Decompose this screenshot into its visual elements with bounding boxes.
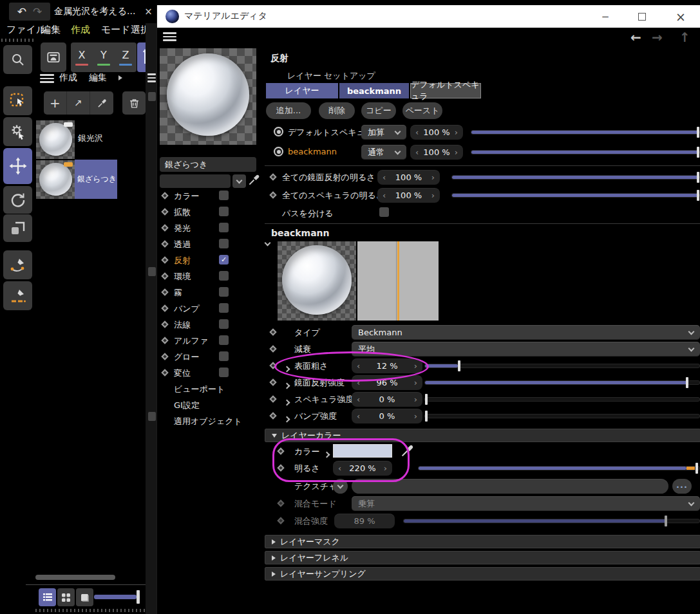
load-material-button[interactable]: ↗ xyxy=(67,91,90,115)
menubar-item-4[interactable]: モード xyxy=(101,24,131,36)
rotate-tool-button[interactable] xyxy=(3,186,32,214)
material-filter-field[interactable] xyxy=(160,174,231,188)
layer-tab-3[interactable]: デフォルトスペキュラ xyxy=(410,83,481,98)
param-stepper[interactable]: ‹96 %› xyxy=(352,375,422,390)
copy-layer-button[interactable]: コピー xyxy=(361,102,396,119)
slider-handle[interactable] xyxy=(137,590,140,604)
separate-pass-checkbox[interactable] xyxy=(379,207,389,217)
minimize-button[interactable]: − xyxy=(591,5,620,28)
layer-visibility-icon[interactable] xyxy=(274,127,283,136)
redo-icon[interactable]: ↷ xyxy=(33,5,42,18)
keyframe-diamond-icon[interactable] xyxy=(161,288,168,295)
slider-handle[interactable] xyxy=(425,411,428,422)
axis-button-z[interactable]: Z xyxy=(115,42,137,72)
channel-checkbox[interactable] xyxy=(219,271,229,281)
expand-chevron-icon[interactable] xyxy=(285,380,289,390)
keyframe-diamond-icon[interactable] xyxy=(269,173,276,180)
slider-handle[interactable] xyxy=(425,394,428,405)
keyframe-diamond-icon[interactable] xyxy=(277,517,284,524)
axis-button-x[interactable]: X xyxy=(71,42,93,72)
settings-item[interactable]: GI設定 xyxy=(160,398,263,414)
layer-visibility-icon[interactable] xyxy=(274,147,283,156)
view-list-button[interactable] xyxy=(39,588,56,606)
collapsed-section-bar[interactable]: レイヤーフレネル xyxy=(265,551,700,564)
keyframe-diamond-icon[interactable] xyxy=(161,256,168,263)
keyframe-diamond-icon[interactable] xyxy=(161,208,168,215)
param-dropdown[interactable]: Beckmann xyxy=(352,325,700,340)
nav-back-icon[interactable]: ← xyxy=(630,30,641,45)
preview-size-slider[interactable] xyxy=(94,595,140,599)
brightness-stepper[interactable]: ‹220 %› xyxy=(333,461,392,476)
slider-handle[interactable] xyxy=(697,172,699,183)
layer-tab-1[interactable]: レイヤー xyxy=(266,83,338,98)
delete-material-button[interactable] xyxy=(122,91,146,115)
keyframe-diamond-icon[interactable] xyxy=(161,353,168,360)
color-eyedropper-icon[interactable] xyxy=(401,444,414,458)
keyframe-diamond-icon[interactable] xyxy=(161,224,168,231)
maximize-button[interactable] xyxy=(628,5,656,28)
close-button[interactable]: × xyxy=(667,5,695,28)
channel-checkbox[interactable] xyxy=(219,191,229,200)
editor-menu-icon[interactable] xyxy=(163,32,176,41)
nav-up-icon[interactable]: ↑ xyxy=(679,30,690,45)
keyframe-diamond-icon[interactable] xyxy=(269,412,276,419)
param-slider[interactable] xyxy=(424,364,700,368)
keyframe-diamond-icon[interactable] xyxy=(161,192,168,199)
keyframe-diamond-icon[interactable] xyxy=(269,378,276,386)
horizontal-scrollbar[interactable] xyxy=(35,575,115,580)
move-tool-button[interactable] xyxy=(3,148,32,184)
material-manager-menu-icon[interactable] xyxy=(40,74,54,83)
stepper-right-icon[interactable]: › xyxy=(431,188,435,203)
spline-arc-tool-button[interactable] xyxy=(3,281,32,310)
stepper-right-icon[interactable]: › xyxy=(431,170,435,185)
blend-mode-dropdown[interactable]: 加算 xyxy=(361,125,406,140)
view-grid-button[interactable] xyxy=(57,588,75,606)
layer-name-label[interactable]: beackmann xyxy=(288,147,337,156)
param-stepper[interactable]: ‹0 %› xyxy=(352,409,422,423)
keyframe-diamond-icon[interactable] xyxy=(161,304,168,312)
stepper-right-icon[interactable]: › xyxy=(384,461,387,476)
menubar-item-2[interactable]: 編集 xyxy=(41,24,61,36)
layer-color-section-bar[interactable]: レイヤーカラー xyxy=(265,429,700,442)
document-tab[interactable]: 金属光沢を考える... × xyxy=(54,3,151,21)
editor-titlebar[interactable]: マテリアルエディタ − × xyxy=(157,5,700,28)
slider-handle[interactable] xyxy=(665,516,667,526)
keyframe-diamond-icon[interactable] xyxy=(269,395,276,402)
material-item[interactable]: 銀光沢 xyxy=(35,120,119,159)
search-tool-button[interactable] xyxy=(3,45,32,74)
material-name-field[interactable]: 銀ざらつき xyxy=(160,157,256,172)
param-stepper[interactable]: ‹12 %› xyxy=(352,358,422,373)
param-stepper[interactable]: ‹0 %› xyxy=(352,392,422,407)
view-large-button[interactable] xyxy=(76,588,93,606)
global-value-slider[interactable] xyxy=(451,193,700,198)
pick-material-button[interactable] xyxy=(90,91,113,115)
channel-checkbox[interactable] xyxy=(219,287,229,297)
keyframe-diamond-icon[interactable] xyxy=(269,362,276,369)
collapsed-section-bar[interactable]: レイヤーサンプリング xyxy=(265,567,700,581)
spline-smooth-tool-button[interactable] xyxy=(3,250,32,279)
nav-forward-icon[interactable]: → xyxy=(652,30,663,45)
texture-browse-button[interactable]: ... xyxy=(672,479,692,494)
expand-chevron-icon[interactable] xyxy=(285,414,289,423)
slider-handle[interactable] xyxy=(697,147,699,158)
scale-tool-button[interactable] xyxy=(3,214,32,242)
filter-dropdown-button[interactable] xyxy=(232,174,246,188)
layer-strength-stepper[interactable]: ‹100 %› xyxy=(410,125,463,140)
global-value-slider[interactable] xyxy=(451,175,700,180)
add-layer-button[interactable]: 追加... xyxy=(266,102,311,119)
pick-eyedropper-icon[interactable] xyxy=(248,174,260,186)
global-value-stepper[interactable]: ‹100 %› xyxy=(377,170,440,185)
undo-icon[interactable]: ↶ xyxy=(17,5,26,18)
channel-checkbox[interactable] xyxy=(219,319,229,329)
layer-preview[interactable] xyxy=(278,241,356,321)
mix-mode-dropdown[interactable]: 乗算 xyxy=(352,496,700,511)
channel-checkbox[interactable] xyxy=(219,239,229,248)
texture-dropdown-button[interactable] xyxy=(333,479,348,494)
remove-layer-button[interactable]: 削除 xyxy=(319,102,355,119)
stepper-right-icon[interactable]: › xyxy=(414,392,417,407)
keyframe-diamond-icon[interactable] xyxy=(161,321,168,328)
stepper-right-icon[interactable]: › xyxy=(455,125,458,140)
keyframe-diamond-icon[interactable] xyxy=(277,464,284,471)
stepper-right-icon[interactable]: › xyxy=(414,358,417,373)
add-material-button[interactable]: + xyxy=(44,91,67,115)
